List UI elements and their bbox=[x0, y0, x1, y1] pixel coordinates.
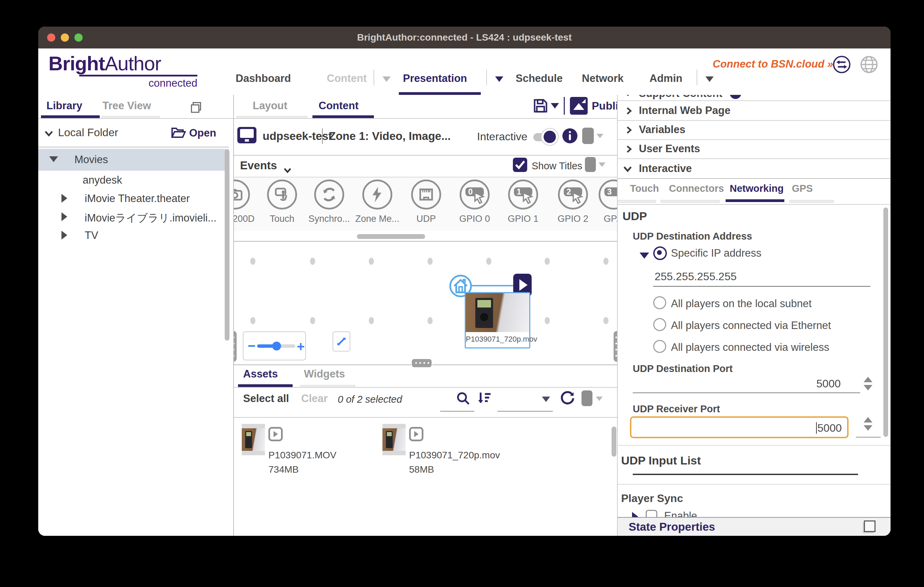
asset-color-swatch-button[interactable] bbox=[581, 390, 592, 406]
tab-networking[interactable]: Networking bbox=[730, 183, 784, 194]
receiver-port-step-down-icon[interactable] bbox=[863, 425, 873, 431]
transfer-icon[interactable] bbox=[833, 55, 851, 74]
radio-local-subnet[interactable] bbox=[653, 296, 666, 309]
sidebar-scrollbar[interactable] bbox=[225, 150, 229, 340]
search-icon[interactable] bbox=[455, 390, 472, 407]
content-tab-underline bbox=[312, 115, 374, 118]
tab-widgets[interactable]: Widgets bbox=[304, 368, 345, 380]
content-dropdown-icon[interactable] bbox=[383, 76, 391, 82]
expand-node-icon[interactable] bbox=[61, 231, 67, 240]
info-icon[interactable] bbox=[563, 128, 578, 143]
refresh-icon[interactable] bbox=[559, 390, 576, 407]
section-variables[interactable]: Variables bbox=[617, 121, 891, 140]
nav-content[interactable]: Content bbox=[327, 72, 367, 85]
swatch-dropdown-icon[interactable] bbox=[597, 134, 603, 138]
asset-thumbnail[interactable] bbox=[242, 424, 265, 455]
nav-presentation[interactable]: Presentation bbox=[403, 72, 467, 85]
detach-panel-icon[interactable] bbox=[864, 520, 876, 532]
tab-connectors[interactable]: Connectors bbox=[669, 183, 724, 194]
asset-thumbnail[interactable] bbox=[383, 424, 406, 455]
radio-specific-ip[interactable] bbox=[653, 247, 667, 260]
tab-gps[interactable]: GPS bbox=[792, 183, 813, 194]
save-icon[interactable] bbox=[532, 97, 549, 115]
connect-bsn-link[interactable]: Connect to BSN.cloud » bbox=[713, 58, 825, 70]
udp-input-list-underline[interactable] bbox=[633, 474, 858, 475]
dest-port-step-up-icon[interactable] bbox=[863, 377, 873, 382]
canvas-right-handle[interactable] bbox=[614, 331, 617, 362]
collapse-local-folder-icon[interactable] bbox=[43, 128, 54, 139]
nav-dashboard[interactable]: Dashboard bbox=[236, 72, 291, 85]
event-zone-message-icon[interactable] bbox=[362, 179, 392, 210]
event-gpio1-icon[interactable]: 1 bbox=[508, 179, 538, 210]
filter-dropdown-icon[interactable] bbox=[542, 396, 550, 402]
canvas-left-handle[interactable] bbox=[234, 331, 237, 362]
tree-row-movies[interactable]: Movies bbox=[38, 149, 229, 171]
event-gpio0-icon[interactable]: 0 bbox=[460, 179, 490, 210]
color-swatch-button[interactable] bbox=[582, 128, 594, 144]
nav-network[interactable]: Network bbox=[582, 72, 624, 85]
asset-list-scrollbar[interactable] bbox=[612, 427, 616, 457]
detach-panel-icon[interactable] bbox=[189, 100, 203, 114]
title-color-swatch-button[interactable] bbox=[585, 157, 596, 172]
zoom-in-icon[interactable]: + bbox=[297, 339, 305, 354]
interactive-canvas[interactable]: P1039071_720p.mov − + bbox=[234, 241, 617, 365]
publish-icon[interactable] bbox=[570, 97, 587, 115]
expand-node-icon[interactable] bbox=[61, 212, 67, 221]
event-camera-icon[interactable] bbox=[234, 179, 250, 210]
ip-address-input[interactable]: 255.255.255.255 bbox=[655, 270, 736, 283]
tab-content[interactable]: Content bbox=[318, 100, 358, 112]
asset-swatch-dropdown-icon[interactable] bbox=[596, 396, 603, 401]
events-chevron-icon[interactable] bbox=[282, 165, 293, 176]
udp-receiver-port-input[interactable]: 5000 bbox=[630, 416, 848, 438]
canvas-media-item[interactable]: P1039071_720p.mov bbox=[465, 292, 530, 349]
nav-admin[interactable]: Admin bbox=[650, 72, 682, 85]
tab-layout[interactable]: Layout bbox=[253, 100, 287, 112]
receiver-port-step-up-icon[interactable] bbox=[863, 417, 873, 423]
collapse-movies-icon[interactable] bbox=[49, 156, 58, 162]
udp-dest-port-input[interactable]: 5000 bbox=[754, 377, 841, 390]
inspector-scrollbar[interactable] bbox=[883, 207, 888, 437]
tree-row-tv[interactable]: TV bbox=[38, 226, 229, 244]
fit-canvas-button[interactable] bbox=[333, 331, 350, 352]
section-user-events[interactable]: User Events bbox=[617, 140, 891, 159]
section-internal-web-page[interactable]: Internal Web Page bbox=[617, 101, 891, 121]
tree-row-imovie-theater[interactable]: iMovie Theater.theater bbox=[38, 189, 229, 207]
event-touch-icon[interactable] bbox=[267, 179, 297, 210]
tab-tree-view[interactable]: Tree View bbox=[102, 100, 151, 112]
tab-touch[interactable]: Touch bbox=[630, 183, 659, 194]
radio-via-ethernet[interactable] bbox=[653, 318, 666, 331]
interactive-toggle[interactable] bbox=[533, 133, 555, 141]
tree-row-imovie-library[interactable]: iMovieライブラリ.imovieli... bbox=[38, 207, 229, 226]
presentation-dropdown-icon[interactable] bbox=[495, 76, 503, 82]
open-button[interactable]: Open bbox=[189, 127, 216, 139]
event-udp-icon[interactable] bbox=[411, 179, 441, 210]
select-all-button[interactable]: Select all bbox=[243, 393, 289, 405]
zoom-slider-knob[interactable] bbox=[272, 342, 281, 350]
event-gpio2-icon[interactable]: 2 bbox=[558, 179, 588, 210]
section-support-content[interactable]: Support Content bbox=[617, 95, 891, 101]
nav-schedule[interactable]: Schedule bbox=[516, 72, 563, 85]
event-strip-scrollbar[interactable] bbox=[357, 234, 425, 239]
title-swatch-dropdown-icon[interactable] bbox=[599, 163, 606, 167]
event-gpio3-icon[interactable]: 3 bbox=[599, 179, 617, 210]
admin-dropdown-icon[interactable] bbox=[705, 76, 714, 82]
section-interactive[interactable]: Interactive bbox=[617, 159, 891, 179]
language-globe-icon[interactable] bbox=[860, 55, 878, 74]
sort-icon[interactable] bbox=[476, 390, 493, 407]
clear-button[interactable]: Clear bbox=[301, 393, 328, 405]
tree-row-anydesk[interactable]: anydesk bbox=[38, 171, 229, 189]
open-folder-icon[interactable] bbox=[170, 125, 186, 141]
show-titles-checkbox[interactable] bbox=[513, 158, 527, 172]
collapse-address-options-icon[interactable] bbox=[640, 253, 649, 259]
state-properties-bar[interactable]: State Properties bbox=[617, 517, 891, 536]
toggle-knob[interactable] bbox=[541, 129, 558, 145]
tab-assets[interactable]: Assets bbox=[243, 368, 278, 380]
canvas-bottom-handle[interactable] bbox=[411, 358, 432, 368]
radio-via-wireless[interactable] bbox=[653, 340, 666, 353]
expand-node-icon[interactable] bbox=[61, 194, 67, 203]
dest-port-step-down-icon[interactable] bbox=[863, 385, 873, 390]
zoom-out-icon[interactable]: − bbox=[248, 338, 256, 354]
event-sync-icon[interactable] bbox=[314, 179, 344, 210]
tab-library[interactable]: Library bbox=[46, 100, 82, 112]
save-dropdown-icon[interactable] bbox=[551, 103, 559, 109]
